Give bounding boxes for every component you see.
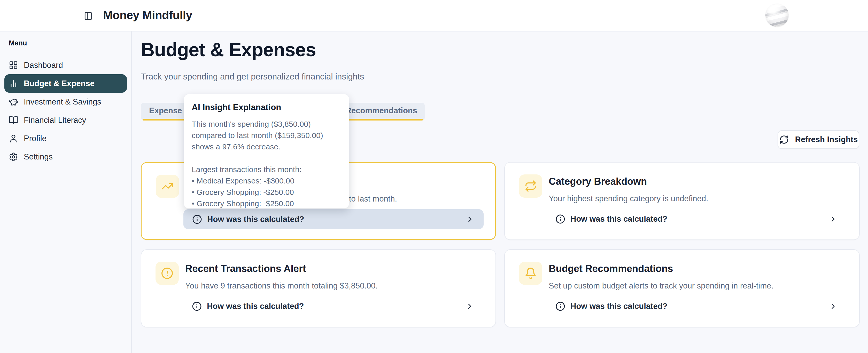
- card-description: You have 9 transactions this month total…: [185, 281, 378, 290]
- book-open-icon: [9, 116, 18, 125]
- list-item: Grocery Shopping: -$250.00: [192, 186, 341, 198]
- sidebar-item-settings[interactable]: Settings: [4, 148, 127, 166]
- gear-icon: [9, 152, 18, 162]
- info-icon: [555, 302, 565, 311]
- sidebar-item-budget-expense[interactable]: Budget & Expense: [4, 74, 127, 93]
- sidebar-item-investment-savings[interactable]: Investment & Savings: [4, 93, 127, 111]
- how-calculated-row[interactable]: How was this calculated?: [547, 296, 847, 316]
- bar-chart-icon: [9, 79, 18, 88]
- refresh-icon: [779, 135, 789, 144]
- sidebar-item-label: Dashboard: [24, 61, 63, 70]
- sidebar-item-financial-literacy[interactable]: Financial Literacy: [4, 111, 127, 129]
- app-title: Money Mindfully: [103, 8, 192, 22]
- chevron-right-icon: [466, 215, 474, 224]
- trending-up-icon: [156, 175, 179, 198]
- card-budget-recommendations: Budget Recommendations Set up custom bud…: [504, 249, 860, 327]
- sidebar-item-profile[interactable]: Profile: [4, 129, 127, 148]
- sidebar: Menu Dashboard Budget & Expense Investme…: [0, 32, 132, 353]
- sidebar-item-label: Investment & Savings: [24, 97, 101, 107]
- list-item: Grocery Shopping: -$250.00: [192, 198, 341, 209]
- sidebar-item-label: Profile: [24, 134, 46, 143]
- tooltip-title: AI Insight Explanation: [192, 102, 341, 112]
- user-icon: [9, 134, 18, 143]
- sidebar-item-dashboard[interactable]: Dashboard: [4, 56, 127, 74]
- bell-icon: [519, 262, 542, 285]
- how-calculated-row[interactable]: How was this calculated?: [547, 209, 847, 229]
- page-title: Budget & Expenses: [141, 39, 316, 61]
- how-calculated-label: How was this calculated?: [207, 302, 304, 311]
- alert-circle-icon: [156, 262, 179, 285]
- chevron-right-icon: [829, 302, 838, 311]
- tooltip-body: This month's spending ($3,850.00) compar…: [192, 118, 341, 152]
- tooltip-list-intro: Largest transactions this month:: [192, 164, 341, 175]
- how-calculated-label: How was this calculated?: [570, 302, 668, 311]
- sidebar-item-label: Budget & Expense: [24, 79, 95, 88]
- avatar[interactable]: [766, 4, 789, 27]
- layout-grid-icon: [9, 61, 18, 70]
- card-title: Recent Transactions Alert: [185, 263, 306, 274]
- card-title: Category Breakdown: [549, 176, 647, 187]
- sidebar-toggle-button[interactable]: [82, 10, 95, 22]
- repeat-icon: [519, 174, 542, 198]
- panel-left-icon: [84, 12, 93, 21]
- tooltip-transaction-list: Medical Expenses: -$300.00 Grocery Shopp…: [192, 175, 341, 209]
- how-calculated-row[interactable]: How was this calculated?: [183, 209, 484, 229]
- piggy-bank-icon: [9, 97, 18, 107]
- how-calculated-label: How was this calculated?: [570, 214, 668, 224]
- card-description: to last month.: [349, 194, 397, 204]
- app-root: Money Mindfully Menu Dashboard Budget & …: [0, 0, 868, 353]
- list-item: Medical Expenses: -$300.00: [192, 175, 341, 186]
- info-icon: [192, 214, 202, 224]
- chevron-right-icon: [465, 302, 474, 311]
- card-title: Budget Recommendations: [549, 263, 673, 274]
- sidebar-item-label: Settings: [24, 152, 53, 162]
- card-category-breakdown: Category Breakdown Your highest spending…: [504, 162, 860, 240]
- chevron-right-icon: [829, 215, 838, 223]
- sidebar-item-label: Financial Literacy: [24, 116, 86, 125]
- card-description: Set up custom budget alerts to track you…: [549, 281, 773, 290]
- how-calculated-row[interactable]: How was this calculated?: [183, 296, 483, 316]
- how-calculated-label: How was this calculated?: [207, 215, 304, 224]
- refresh-insights-label: Refresh Insights: [795, 135, 858, 144]
- card-description: Your highest spending category is undefi…: [549, 194, 708, 203]
- app-header: Money Mindfully: [0, 0, 868, 32]
- card-recent-transactions-alert: Recent Transactions Alert You have 9 tra…: [141, 249, 496, 327]
- page-subtitle: Track your spending and get personalized…: [141, 72, 364, 81]
- sidebar-menu-label: Menu: [4, 39, 127, 47]
- ai-insight-tooltip: AI Insight Explanation This month's spen…: [184, 94, 349, 209]
- info-icon: [192, 302, 202, 311]
- refresh-insights-button[interactable]: Refresh Insights: [778, 130, 859, 149]
- info-icon: [555, 214, 565, 224]
